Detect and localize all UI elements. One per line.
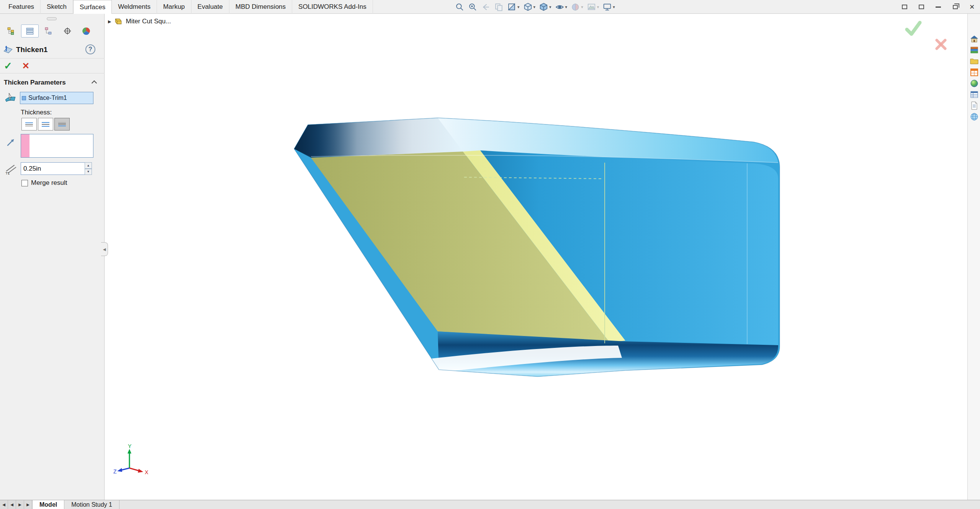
- triad-x-label: X: [145, 469, 149, 475]
- thicken-side1-button[interactable]: [21, 118, 37, 131]
- appearances-icon[interactable]: [969, 78, 980, 88]
- display-manager-icon: [82, 27, 90, 35]
- model-topleft-shading: [294, 118, 463, 158]
- tab-dimxpert-manager[interactable]: [59, 24, 76, 38]
- ok-button[interactable]: ✓: [4, 60, 12, 72]
- thicken-side1-icon: [25, 121, 34, 127]
- tab-model[interactable]: Model: [32, 500, 64, 509]
- tab-solidworks-add-ins[interactable]: SOLIDWORKS Add-Ins: [292, 0, 373, 14]
- help-button[interactable]: ?: [85, 44, 95, 54]
- merge-result-checkbox[interactable]: [21, 180, 28, 186]
- feature-tree-icon: [7, 27, 15, 35]
- selection-list-item[interactable]: Surface-Trim1: [20, 92, 93, 104]
- direction-selection-listbox[interactable]: [21, 134, 93, 158]
- active-selection-highlight: [21, 134, 29, 157]
- thickness-value-input[interactable]: [21, 162, 85, 175]
- surface-select-icon: [5, 92, 16, 104]
- solidworks-forum-icon[interactable]: [969, 112, 980, 122]
- dropdown-arrow-icon[interactable]: ▾: [517, 5, 520, 10]
- heads-up-toolbar: ▾ ▾ ▾ ▾ ▾: [455, 0, 615, 14]
- mini-window-icon-2[interactable]: [916, 2, 926, 12]
- collapse-group-icon[interactable]: [92, 80, 97, 86]
- design-library-icon[interactable]: [969, 45, 980, 55]
- tab-scroll-next-button[interactable]: ▶: [16, 500, 24, 509]
- tab-motion-study-1[interactable]: Motion Study 1: [64, 500, 119, 509]
- panel-splitter-handle[interactable]: [47, 17, 57, 20]
- tab-configuration-manager[interactable]: [40, 24, 57, 38]
- 3d-model[interactable]: [105, 14, 967, 500]
- merge-result-row: Merge result: [21, 179, 67, 187]
- tab-sketch[interactable]: Sketch: [41, 0, 73, 14]
- tab-scroll-last-button[interactable]: ▶: [24, 500, 32, 509]
- panel-collapse-handle[interactable]: ◀: [101, 242, 108, 256]
- zoom-to-area-icon[interactable]: [468, 2, 478, 12]
- triad-z-label: Z: [113, 468, 117, 475]
- thicken-both-sides-button[interactable]: [38, 118, 53, 131]
- solidworks-window: Features Sketch Surfaces Weldments Marku…: [0, 0, 980, 509]
- surface-item-icon: [22, 96, 26, 100]
- tab-property-manager[interactable]: [21, 24, 39, 38]
- surface-selection-row: Surface-Trim1: [0, 91, 105, 106]
- file-explorer-icon[interactable]: [969, 56, 980, 66]
- tab-weldments[interactable]: Weldments: [112, 0, 157, 14]
- previous-view-icon[interactable]: [481, 2, 491, 12]
- thicken-feature-icon: [3, 45, 13, 55]
- graphics-viewport[interactable]: ▶ Miter Cut Squ...: [105, 14, 967, 500]
- solidworks-resources-icon[interactable]: [969, 34, 980, 44]
- apply-scene-icon[interactable]: ▾: [587, 2, 599, 12]
- thickness-value-row: T1 ▲ ▼: [0, 162, 105, 176]
- edit-appearance-icon[interactable]: ▾: [571, 2, 583, 12]
- ok-cancel-row: ✓ ✕: [0, 58, 105, 73]
- merge-result-label: Merge result: [31, 179, 67, 187]
- restore-button[interactable]: [950, 2, 960, 12]
- tab-evaluate[interactable]: Evaluate: [191, 0, 229, 14]
- mini-window-icon-1[interactable]: [900, 2, 910, 12]
- thicken-parameters-header[interactable]: Thicken Parameters: [0, 76, 105, 90]
- section-view-icon[interactable]: ▾: [507, 2, 520, 12]
- spinner-down-button[interactable]: ▼: [85, 169, 92, 175]
- restore-icon: [953, 5, 958, 9]
- minimize-button[interactable]: [933, 2, 943, 12]
- tab-display-manager[interactable]: [77, 24, 95, 38]
- feature-title-row: Thicken1 ?: [0, 42, 105, 57]
- tab-feature-manager[interactable]: [2, 24, 20, 38]
- square-icon: [919, 5, 924, 9]
- tab-scroll-first-button[interactable]: ◀: [0, 500, 8, 509]
- dropdown-arrow-icon[interactable]: ▾: [549, 5, 551, 10]
- confirm-cancel-icon[interactable]: [934, 38, 947, 51]
- task-pane: [967, 14, 980, 500]
- tab-features[interactable]: Features: [2, 0, 41, 14]
- tab-surfaces[interactable]: Surfaces: [73, 0, 112, 14]
- thickness-label: Thickness:: [21, 109, 52, 116]
- thicken-side2-button[interactable]: [54, 118, 70, 131]
- cancel-button[interactable]: ✕: [22, 61, 29, 71]
- dropdown-arrow-icon[interactable]: ▾: [613, 5, 615, 10]
- thickness-dimension-icon: T1: [5, 163, 17, 175]
- close-button[interactable]: ✕: [967, 2, 977, 12]
- zoom-to-fit-icon[interactable]: [455, 2, 465, 12]
- tab-markup[interactable]: Markup: [157, 0, 191, 14]
- group-header-label: Thicken Parameters: [4, 79, 66, 86]
- view-palette-icon[interactable]: [969, 67, 980, 77]
- property-manager-icon: [26, 27, 34, 35]
- hide-show-items-icon[interactable]: ▾: [555, 2, 568, 12]
- manager-tabs: [2, 24, 95, 38]
- tab-mbd-dimensions[interactable]: MBD Dimensions: [229, 0, 292, 14]
- dropdown-arrow-icon[interactable]: ▾: [581, 5, 583, 10]
- motion-tab-bar: ◀ ◀ ▶ ▶ Model Motion Study 1: [0, 500, 980, 509]
- tab-scroll-prev-button[interactable]: ◀: [8, 500, 16, 509]
- display-style-icon[interactable]: ▾: [539, 2, 551, 12]
- spinner-up-button[interactable]: ▲: [85, 162, 92, 169]
- dropdown-arrow-icon[interactable]: ▾: [565, 5, 568, 10]
- view-settings-icon[interactable]: ▾: [602, 2, 615, 12]
- custom-properties-icon[interactable]: [969, 90, 980, 100]
- view-orientation-icon[interactable]: ▾: [523, 2, 536, 12]
- document-manager-icon[interactable]: [969, 101, 980, 111]
- surface-selection-listbox[interactable]: Surface-Trim1: [20, 92, 93, 104]
- dynamic-annotation-views-icon[interactable]: [494, 2, 504, 12]
- dropdown-arrow-icon[interactable]: ▾: [533, 5, 536, 10]
- thicken-both-sides-icon: [41, 121, 50, 127]
- confirm-ok-icon[interactable]: [905, 20, 922, 36]
- dropdown-arrow-icon[interactable]: ▾: [597, 5, 599, 10]
- command-tabs: Features Sketch Surfaces Weldments Marku…: [2, 0, 373, 14]
